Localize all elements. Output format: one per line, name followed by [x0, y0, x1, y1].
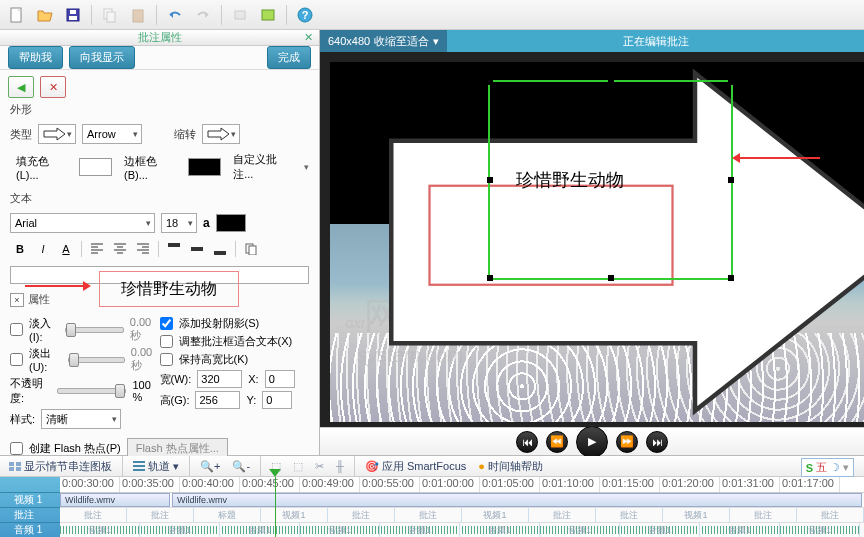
annotation-segment[interactable]: 批注: [529, 508, 596, 522]
zoom-in-button[interactable]: 🔍+: [195, 458, 225, 475]
open-file-button[interactable]: [32, 3, 58, 27]
text-content[interactable]: 珍惜野生动物: [99, 271, 239, 307]
show-me-button[interactable]: 向我显示: [69, 46, 135, 69]
type-shape-dropdown[interactable]: [38, 124, 76, 144]
x-input[interactable]: [265, 370, 295, 388]
align-right-button[interactable]: [133, 239, 153, 259]
prev-annotation-button[interactable]: ◀: [8, 76, 34, 98]
style-dropdown[interactable]: 清晰: [41, 409, 121, 429]
selection-box[interactable]: [488, 80, 733, 280]
custom-annotation-button[interactable]: 自定义批注...: [227, 150, 298, 184]
type-name-dropdown[interactable]: Arrow: [82, 124, 142, 144]
forward-button[interactable]: ⏩: [616, 431, 638, 453]
align-left-button[interactable]: [87, 239, 107, 259]
timeline-help-button[interactable]: ●时间轴帮助: [473, 457, 548, 476]
width-input[interactable]: [197, 370, 242, 388]
audio-track[interactable]: 音频1音频1音频1音频1音频1音频1音频1音频1音频1音频1: [60, 523, 864, 537]
annotation-track-label[interactable]: 批注: [0, 508, 60, 523]
font-dropdown[interactable]: Arial: [10, 213, 155, 233]
y-input[interactable]: [262, 391, 292, 409]
annotation-segment[interactable]: 标题: [194, 508, 261, 522]
video-track[interactable]: Wildlife.wmv Wildlife.wmv: [60, 493, 864, 508]
props-collapse-toggle[interactable]: ×: [10, 293, 24, 307]
annotation-segment[interactable]: 批注: [395, 508, 462, 522]
fadeout-slider[interactable]: [68, 357, 125, 363]
annotation-segment[interactable]: 视频1: [663, 508, 730, 522]
dimensions-tab[interactable]: 640x480 收缩至适合 ▾: [320, 30, 447, 52]
play-button[interactable]: ▶: [576, 426, 608, 458]
zoom-out-button[interactable]: 🔍-: [227, 458, 255, 475]
settings-button[interactable]: [227, 3, 253, 27]
video-track-label[interactable]: 视频 1: [0, 493, 60, 508]
annotation-segment[interactable]: 批注: [596, 508, 663, 522]
keep-ratio-checkbox[interactable]: [160, 353, 173, 366]
tracks-button[interactable]: 轨道▾: [128, 457, 184, 476]
shadow-checkbox[interactable]: [160, 317, 173, 330]
help-me-button[interactable]: 帮助我: [8, 46, 63, 69]
cut-button[interactable]: ✂: [310, 458, 329, 475]
valign-bottom-button[interactable]: [210, 239, 230, 259]
video-clip[interactable]: Wildlife.wmv: [60, 493, 170, 507]
annotation-segment[interactable]: 批注: [797, 508, 864, 522]
annotation-track[interactable]: 批注批注标题视频1批注批注视频1批注批注视频1批注批注: [60, 508, 864, 523]
ruler-tick: 0:01:17:00: [780, 477, 840, 492]
svg-text:?: ?: [302, 9, 309, 21]
bold-button[interactable]: B: [10, 239, 30, 259]
copy-button[interactable]: [97, 3, 123, 27]
annotation-segment[interactable]: 批注: [730, 508, 797, 522]
paste-button[interactable]: [125, 3, 151, 27]
fadein-checkbox[interactable]: [10, 323, 23, 336]
annotation-segment[interactable]: 批注: [127, 508, 194, 522]
height-input[interactable]: [195, 391, 240, 409]
valign-middle-button[interactable]: [187, 239, 207, 259]
ime-indicator[interactable]: S S 五 五 ☽ ▾: [801, 458, 854, 477]
props-section-label: 属性: [28, 292, 50, 307]
undo-button[interactable]: [162, 3, 188, 27]
fadein-slider[interactable]: [65, 327, 124, 333]
playhead[interactable]: [275, 477, 276, 537]
fill-color-button[interactable]: 填充色(L)...: [10, 152, 73, 183]
fit-text-checkbox[interactable]: [160, 335, 173, 348]
annotation-segment[interactable]: 批注: [328, 508, 395, 522]
video-preview[interactable]: GXI网 system.com 珍惜野生动物: [320, 52, 864, 427]
font-size-dropdown[interactable]: 18: [161, 213, 197, 233]
annotation-segment[interactable]: 视频1: [261, 508, 328, 522]
rotate-dropdown[interactable]: [202, 124, 240, 144]
italic-button[interactable]: I: [33, 239, 53, 259]
opacity-slider[interactable]: [57, 388, 127, 394]
export-button[interactable]: [255, 3, 281, 27]
audio-track-label[interactable]: 音频 1: [0, 523, 60, 537]
save-button[interactable]: [60, 3, 86, 27]
annotation-text-editor[interactable]: 珍惜野生动物: [10, 266, 309, 284]
panel-close-icon[interactable]: ✕: [301, 31, 315, 45]
skip-start-button[interactable]: ⏮: [516, 431, 538, 453]
timeline: 显示情节串连图板 轨道▾ 🔍+ 🔍- ⬚ ⬚ ✂ ╫ 🎯应用 SmartFocu…: [0, 455, 864, 537]
copy-text-button[interactable]: [241, 239, 261, 259]
svg-rect-15: [249, 246, 256, 255]
align-center-button[interactable]: [110, 239, 130, 259]
border-color-button[interactable]: 边框色(B)...: [118, 152, 182, 183]
tool2-button[interactable]: ⬚: [288, 458, 308, 475]
rewind-button[interactable]: ⏪: [546, 431, 568, 453]
timeline-ruler[interactable]: 0:00:30:000:00:35:000:00:40:000:00:45:00…: [60, 477, 864, 493]
underline-button[interactable]: A: [56, 239, 76, 259]
height-label: 高(G):: [160, 393, 190, 408]
valign-top-button[interactable]: [164, 239, 184, 259]
skip-end-button[interactable]: ⏭: [646, 431, 668, 453]
split-button[interactable]: ╫: [331, 458, 349, 474]
style-label: 样式:: [10, 412, 35, 427]
smartfocus-button[interactable]: 🎯应用 SmartFocus: [360, 457, 471, 476]
fill-color-swatch[interactable]: [79, 158, 112, 176]
text-color-swatch[interactable]: [216, 214, 246, 232]
annotation-segment[interactable]: 视频1: [462, 508, 529, 522]
finish-button[interactable]: 完成: [267, 46, 311, 69]
delete-annotation-button[interactable]: ✕: [40, 76, 66, 98]
fadeout-checkbox[interactable]: [10, 353, 23, 366]
storyboard-button[interactable]: 显示情节串连图板: [4, 457, 117, 476]
redo-button[interactable]: [190, 3, 216, 27]
new-file-button[interactable]: [4, 3, 30, 27]
border-color-swatch[interactable]: [188, 158, 221, 176]
help-button[interactable]: ?: [292, 3, 318, 27]
hotspot-checkbox[interactable]: [10, 442, 23, 455]
annotation-segment[interactable]: 批注: [60, 508, 127, 522]
